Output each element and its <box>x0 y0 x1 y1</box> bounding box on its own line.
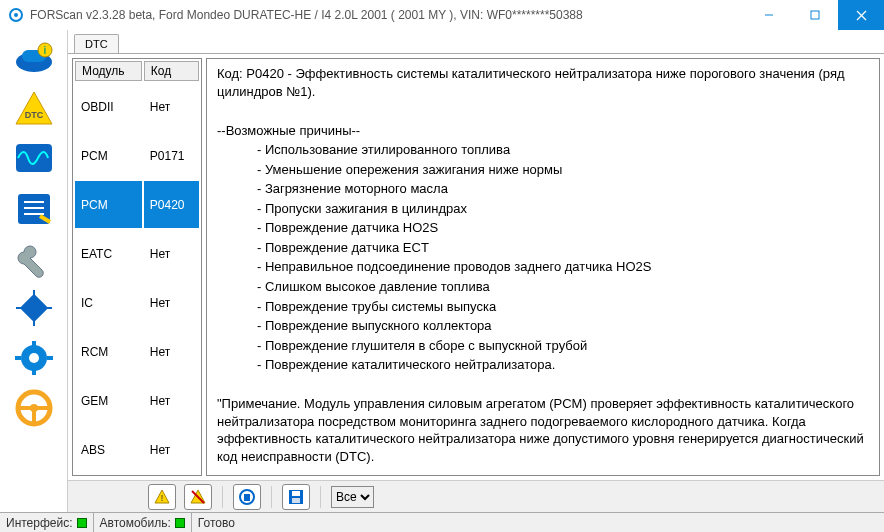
col-code[interactable]: Код <box>144 61 199 81</box>
sidebar-settings[interactable] <box>6 334 62 382</box>
svg-rect-24 <box>32 341 36 347</box>
table-row[interactable]: RCMНет <box>75 328 199 375</box>
window-controls <box>746 0 884 30</box>
svg-point-23 <box>29 353 39 363</box>
sidebar-chip[interactable] <box>6 284 62 332</box>
status-vehicle: Автомобиль: <box>94 513 192 532</box>
tab-dtc[interactable]: DTC <box>74 34 119 53</box>
table-row[interactable]: ICНет <box>75 279 199 326</box>
reset-dtc-button[interactable] <box>184 484 212 510</box>
svg-rect-3 <box>811 11 819 19</box>
table-row[interactable]: OBDIIНет <box>75 83 199 130</box>
dtc-detail: Код: P0420 - Эффективность системы катал… <box>206 58 880 476</box>
save-button[interactable] <box>282 484 310 510</box>
cause-line: - Повреждение датчика ECT <box>217 239 869 257</box>
toolbar-separator <box>320 486 321 508</box>
read-dtc-button[interactable]: ! <box>148 484 176 510</box>
cause-line: - Загрязнение моторного масла <box>217 180 869 198</box>
svg-rect-39 <box>292 491 300 496</box>
tabstrip: DTC <box>68 30 884 54</box>
led-icon <box>175 518 185 528</box>
svg-text:DTC: DTC <box>24 110 43 120</box>
svg-rect-12 <box>16 144 52 172</box>
minimize-button[interactable] <box>746 0 792 30</box>
close-button[interactable] <box>838 0 884 30</box>
svg-point-1 <box>14 13 18 17</box>
causes-header: --Возможные причины-- <box>217 122 869 140</box>
sidebar: i DTC <box>0 30 68 512</box>
col-module[interactable]: Модуль <box>75 61 142 81</box>
cause-line: - Повреждение глушителя в сборе с выпуск… <box>217 337 869 355</box>
svg-rect-27 <box>47 356 53 360</box>
statusbar: Интерфейс: Автомобиль: Готово <box>0 512 884 532</box>
svg-text:!: ! <box>161 493 164 503</box>
detail-note: "Примечание. Модуль управления силовым а… <box>217 395 869 465</box>
cause-line: - Использование этилированного топлива <box>217 141 869 159</box>
cause-line: - Неправильное подсоединение проводов за… <box>217 258 869 276</box>
cause-line: - Повреждение трубы системы выпуска <box>217 298 869 316</box>
sidebar-oscilloscope[interactable] <box>6 134 62 182</box>
table-row[interactable]: PCMP0171 <box>75 132 199 179</box>
sidebar-dtc[interactable]: DTC <box>6 84 62 132</box>
table-row[interactable]: ABSНет <box>75 426 199 473</box>
cause-line: - Уменьшение опережения зажигания ниже н… <box>217 161 869 179</box>
table-row[interactable]: GEMНет <box>75 377 199 424</box>
sidebar-service[interactable] <box>6 234 62 282</box>
status-ready: Готово <box>192 513 884 532</box>
toolbar-separator <box>271 486 272 508</box>
status-interface: Интерфейс: <box>0 513 94 532</box>
svg-rect-25 <box>32 369 36 375</box>
table-row[interactable]: EATCНет <box>75 230 199 277</box>
sidebar-vehicle-info[interactable]: i <box>6 34 62 82</box>
cause-line: - Слишком высокое давление топлива <box>217 278 869 296</box>
sidebar-steering[interactable] <box>6 384 62 432</box>
cause-line: - Повреждение датчика HO2S <box>217 219 869 237</box>
window-title: FORScan v2.3.28 beta, Ford Mondeo DURATE… <box>30 8 746 22</box>
svg-rect-17 <box>19 294 47 322</box>
cause-line: - Пропуски зажигания в цилиндрах <box>217 200 869 218</box>
cause-line: - Повреждение выпускного коллектора <box>217 317 869 335</box>
svg-rect-40 <box>292 498 300 503</box>
filter-select[interactable]: Все <box>331 486 374 508</box>
maximize-button[interactable] <box>792 0 838 30</box>
toolbar-separator <box>222 486 223 508</box>
svg-rect-26 <box>15 356 21 360</box>
table-row[interactable]: PCMP0420 <box>75 181 199 228</box>
dtc-table[interactable]: Модуль Код OBDIIНетPCMP0171PCMP0420EATCН… <box>72 58 202 476</box>
led-icon <box>77 518 87 528</box>
bottom-toolbar: ! Все <box>68 480 884 512</box>
titlebar: FORScan v2.3.28 beta, Ford Mondeo DURATE… <box>0 0 884 30</box>
cause-line: - Повреждение каталитического нейтрализа… <box>217 356 869 374</box>
app-icon <box>8 7 24 23</box>
detail-title: Код: P0420 - Эффективность системы катал… <box>217 65 869 100</box>
sidebar-tests[interactable] <box>6 184 62 232</box>
clear-button[interactable] <box>233 484 261 510</box>
svg-text:i: i <box>43 45 46 56</box>
svg-rect-37 <box>244 494 250 501</box>
